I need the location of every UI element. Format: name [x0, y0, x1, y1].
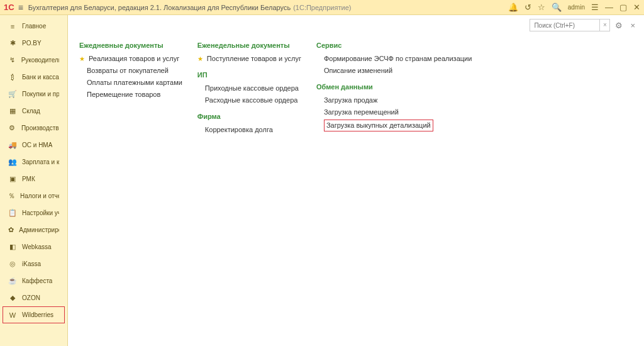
sidebar-icon: ✿ [8, 226, 14, 234]
sidebar-item-label: РМК [22, 176, 35, 182]
section-heading: ИП [197, 71, 301, 79]
nav-link[interactable]: Корректировка долга [205, 125, 273, 135]
sidebar-item-банк-и-касса[interactable]: ₿Банк и касса [3, 69, 65, 86]
sidebar-item-label: Зарплата и кадры [22, 159, 59, 165]
search-input[interactable] [530, 20, 599, 31]
section-heading: Обмен данными [316, 83, 472, 91]
sidebar-icon: ▣ [8, 175, 17, 183]
link-row: Загрузка продаж [316, 94, 472, 106]
sidebar-item-ozon[interactable]: ◆OZON [3, 289, 65, 306]
sidebar-icon: ％ [8, 191, 15, 201]
star-icon[interactable]: ☆ [538, 3, 545, 12]
sidebar-item-производство[interactable]: ⚙Производство [3, 120, 65, 137]
gear-icon[interactable]: ⚙ [613, 21, 625, 30]
app-title-ext: (1С:Предприятие) [293, 4, 351, 11]
link-row: Формирование ЭСЧФ по странам реализации [316, 53, 472, 65]
sidebar-icon: ◧ [8, 243, 17, 251]
content-column: СервисФормирование ЭСЧФ по странам реали… [316, 42, 472, 136]
sidebar-item-label: Руководителю [21, 57, 59, 64]
nav-link[interactable]: Реализация товаров и услуг [89, 54, 179, 64]
sidebar-item-склад[interactable]: ▦Склад [3, 103, 65, 120]
sidebar-item-label: Главное [22, 23, 46, 30]
sidebar-icon: ▦ [8, 107, 17, 115]
sidebar-item-руководителю[interactable]: ↯Руководителю [3, 52, 65, 69]
sidebar-icon: 🚚 [8, 141, 17, 149]
sidebar-item-label: iKassa [22, 260, 41, 267]
sidebar-item-label: Банк и касса [22, 74, 59, 81]
settings-icon[interactable]: ☰ [591, 3, 599, 12]
nav-link[interactable]: Расходные кассовые ордера [205, 96, 298, 105]
link-row: Корректировка долга [197, 124, 301, 136]
sidebar-item-label: Покупки и продажи [22, 91, 59, 98]
sidebar-icon: 🛒 [8, 90, 17, 98]
nav-link[interactable]: Загрузка продаж [324, 96, 377, 105]
sidebar-item-покупки-и-продажи[interactable]: 🛒Покупки и продажи [3, 86, 65, 103]
sidebar-icon: ≡ [8, 23, 17, 30]
sidebar-icon: ↯ [8, 56, 16, 64]
search-box: × [530, 19, 610, 31]
sidebar-item-label: Настройки учета [22, 209, 59, 216]
sidebar-item-label: Администрирование [19, 226, 59, 233]
nav-link[interactable]: Описание изменений [324, 66, 392, 75]
sidebar-item-label: Wildberries [22, 311, 53, 318]
sidebar-icon: 📋 [8, 209, 17, 217]
sidebar-item-ikassa[interactable]: ◎iKassa [3, 255, 65, 272]
sidebar-icon: ⚙ [8, 124, 16, 132]
nav-link[interactable]: Перемещение товаров [87, 90, 160, 99]
sidebar: ≡Главное✱PO.BY↯Руководителю₿Банк и касса… [0, 15, 68, 346]
panel-close-icon[interactable]: × [628, 21, 638, 30]
sidebar-item-администрирование[interactable]: ✿Администрирование [3, 221, 65, 238]
menu-icon[interactable]: ≡ [18, 3, 23, 13]
nav-link[interactable]: Возвраты от покупателей [87, 66, 169, 75]
sidebar-icon: ☕ [8, 277, 17, 285]
nav-link[interactable]: Приходные кассовые ордера [205, 84, 299, 93]
link-row: Поступление товаров и услуг [197, 53, 301, 65]
history-icon[interactable]: ↺ [525, 3, 531, 12]
app-title: Бухгалтерия для Беларуси, редакция 2.1. … [28, 4, 291, 11]
nav-link[interactable]: Формирование ЭСЧФ по странам реализации [324, 54, 472, 64]
sidebar-icon: ◆ [8, 294, 17, 302]
sidebar-icon: W [8, 311, 17, 319]
sidebar-item-каффеста[interactable]: ☕Каффеста [3, 272, 65, 289]
user-name[interactable]: admin [568, 4, 585, 11]
sidebar-icon: 👥 [8, 158, 17, 166]
nav-link[interactable]: Загрузка выкупных детализаций [324, 120, 433, 131]
nav-link[interactable]: Поступление товаров и услуг [207, 54, 301, 64]
sidebar-item-label: Склад [22, 108, 40, 114]
sidebar-item-label: PO.BY [22, 40, 42, 47]
section-heading: Сервис [316, 42, 472, 49]
system-icons: 🔔 ↺ ☆ 🔍 admin ☰ — ▢ ✕ [508, 3, 640, 12]
sidebar-item-зарплата-и-кадры[interactable]: 👥Зарплата и кадры [3, 153, 65, 170]
sidebar-item-настройки-учета[interactable]: 📋Настройки учета [3, 204, 65, 221]
sidebar-item-label: Налоги и отчетность [20, 193, 59, 199]
sidebar-item-ос-и-нма[interactable]: 🚚ОС и НМА [3, 137, 65, 153]
bell-icon[interactable]: 🔔 [508, 3, 518, 12]
content-area: × ⚙ × Ежедневные документыРеализация тов… [68, 15, 644, 346]
section-heading: Ежедневные документы [79, 42, 182, 49]
sidebar-item-label: Производство [21, 125, 59, 131]
sidebar-item-налоги-и-отчетность[interactable]: ％Налоги и отчетность [3, 187, 65, 204]
sidebar-item-label: Webkassa [22, 243, 52, 250]
sidebar-item-главное[interactable]: ≡Главное [3, 18, 65, 35]
sidebar-item-po.by[interactable]: ✱PO.BY [3, 35, 65, 52]
content-column: Еженедельные документыПоступление товаро… [197, 42, 301, 136]
titlebar: 1С ≡ Бухгалтерия для Беларуси, редакция … [0, 0, 644, 15]
minimize-icon[interactable]: — [605, 3, 613, 12]
section-heading: Фирма [197, 113, 301, 120]
nav-link[interactable]: Загрузка перемещений [324, 108, 399, 117]
search-clear-icon[interactable]: × [599, 20, 609, 31]
maximize-icon[interactable]: ▢ [619, 3, 627, 12]
link-row: Перемещение товаров [79, 89, 182, 101]
nav-link[interactable]: Оплаты платежными картами [87, 78, 182, 87]
sidebar-item-рмк[interactable]: ▣РМК [3, 170, 65, 187]
section-heading: Еженедельные документы [197, 42, 301, 49]
link-row: Загрузка перемещений [316, 106, 472, 118]
content-columns: Ежедневные документыРеализация товаров и… [79, 42, 633, 136]
search-icon[interactable]: 🔍 [552, 3, 562, 12]
link-row: Расходные кассовые ордера [197, 94, 301, 106]
link-row: Реализация товаров и услуг [79, 53, 182, 65]
close-icon[interactable]: ✕ [633, 3, 640, 12]
sidebar-item-wildberries[interactable]: WWildberries [3, 306, 65, 323]
sidebar-item-webkassa[interactable]: ◧Webkassa [3, 238, 65, 255]
link-row: Приходные кассовые ордера [197, 82, 301, 94]
